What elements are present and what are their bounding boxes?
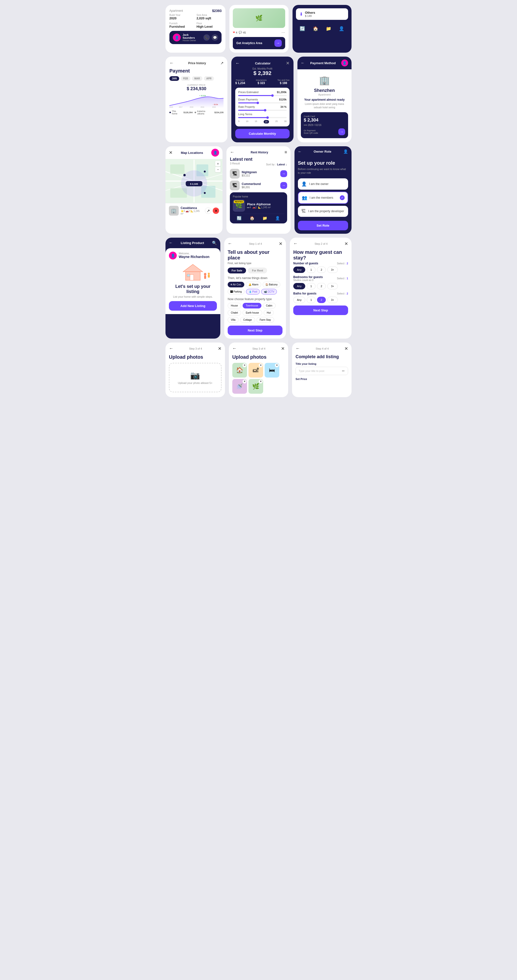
role-add-icon[interactable]: 👤 xyxy=(343,149,348,154)
chip-pool[interactable]: 💧 Pool xyxy=(246,289,260,294)
listing-back-button[interactable]: ← xyxy=(169,240,173,245)
role-developer-option[interactable]: 🏗 I am the property developer xyxy=(298,206,348,217)
bath-2[interactable]: 2 xyxy=(317,297,326,303)
for-rent-button[interactable]: For Rent xyxy=(248,267,267,274)
tell-back-button[interactable]: ← xyxy=(228,241,232,246)
rent-nav-icon-3[interactable]: 📁 xyxy=(262,216,267,221)
nav-user-icon[interactable]: 👤 xyxy=(337,24,346,33)
qr-arrow-button[interactable]: → xyxy=(338,128,345,135)
tell-place-card: ← Step 1 of 4 ✕ Tell us about your place… xyxy=(224,238,286,339)
photo-remove-5[interactable]: ✕ xyxy=(259,380,263,383)
tab-mar[interactable]: MAR xyxy=(192,76,203,81)
guest-close-button[interactable]: ✕ xyxy=(344,241,348,247)
upload-empty-close-button[interactable]: ✕ xyxy=(218,346,222,351)
chip-farmstay[interactable]: Farm Stay xyxy=(257,317,274,323)
bedroom-any[interactable]: Any xyxy=(293,283,305,290)
title-field-input[interactable]: Type your title to post ✏ xyxy=(295,367,348,375)
chip-cottage[interactable]: Cottage xyxy=(240,317,255,323)
photo-remove-3[interactable]: ✕ xyxy=(275,363,279,367)
nav-refresh-icon[interactable]: 🔄 xyxy=(298,24,307,33)
chip-house[interactable]: House xyxy=(228,303,241,309)
message-button[interactable]: 💬 xyxy=(212,34,218,41)
tab-jan[interactable]: JAN xyxy=(170,76,179,81)
guest-num-any[interactable]: Any xyxy=(293,267,305,273)
bath-any[interactable]: Any xyxy=(293,297,305,303)
rent-nav-icon-1[interactable]: 🔄 xyxy=(237,216,242,221)
rent-back-button[interactable]: ← xyxy=(230,150,234,155)
calc-back-button[interactable]: ← xyxy=(235,61,239,66)
bedroom-3plus[interactable]: 3+ xyxy=(327,283,338,290)
narrow-title: Then, let's narrow things down xyxy=(228,276,282,280)
chip-villa[interactable]: Villa xyxy=(228,317,239,323)
back-button[interactable]: ← xyxy=(170,60,174,66)
chip-townhouse[interactable]: Townhouse xyxy=(243,303,262,309)
guest-num-2[interactable]: 2 xyxy=(317,267,326,273)
guest-num-3plus[interactable]: 3+ xyxy=(327,267,338,273)
chip-cctv[interactable]: 📹 CCTV xyxy=(261,289,277,294)
pm-back-button[interactable]: ← xyxy=(301,61,305,65)
listing-search-icon[interactable]: 🔍 xyxy=(212,240,217,245)
upload-filled-back-button[interactable]: ← xyxy=(232,346,237,351)
bedroom-1[interactable]: 1 xyxy=(307,283,316,290)
add-listing-button[interactable]: Add New Listing xyxy=(169,301,217,311)
likes-count[interactable]: ❤ 4 xyxy=(233,31,237,34)
rent-arrow-2[interactable]: → xyxy=(280,182,287,189)
photo-remove-4[interactable]: ✕ xyxy=(243,380,246,383)
map-remove-button[interactable]: ✕ xyxy=(213,207,219,214)
down-payments-slider[interactable] xyxy=(238,102,286,103)
rent-nav-icon-4[interactable]: 👤 xyxy=(275,216,280,221)
chip-alarm[interactable]: 🔔 Alarm xyxy=(246,282,261,287)
tab-apr[interactable]: APR xyxy=(204,76,214,81)
map-close-button[interactable]: ✕ xyxy=(169,150,173,155)
prices-slider[interactable] xyxy=(238,95,286,96)
complete-close-button[interactable]: ✕ xyxy=(344,346,348,351)
chip-earthhouse[interactable]: Earth house xyxy=(243,310,262,315)
chip-chalet[interactable]: Chalet xyxy=(228,310,241,315)
payment-method-card: ← Payment Method 👤 🏢 Shenzhen Apartment … xyxy=(297,57,352,142)
bedroom-2[interactable]: 2 xyxy=(317,283,326,290)
chip-cabin[interactable]: Cabin xyxy=(263,303,276,309)
map-share-button[interactable]: ↗ xyxy=(205,207,211,214)
rate-property-slider[interactable] xyxy=(238,110,286,111)
rent-nav-icon-2[interactable]: 🏠 xyxy=(250,216,255,221)
chip-parking[interactable]: 🅿 Parking xyxy=(228,289,244,294)
guest-num-1[interactable]: 1 xyxy=(307,267,316,273)
next-step-button-1[interactable]: Next Step xyxy=(228,326,282,335)
calculate-monthly-button[interactable]: Calculate Monthly xyxy=(235,129,289,138)
chip-hut[interactable]: Hut xyxy=(264,310,274,315)
role-back-button[interactable]: ← xyxy=(298,150,302,154)
long-terms-slider[interactable] xyxy=(238,117,286,118)
photo-remove-1[interactable]: ✕ xyxy=(243,363,246,367)
call-button[interactable]: 📞 xyxy=(203,34,210,41)
chip-balcony[interactable]: 🏠 Balcony xyxy=(263,282,280,287)
set-role-button[interactable]: Set Role xyxy=(298,221,348,230)
for-sale-button[interactable]: For Sale xyxy=(228,267,246,274)
get-analytics-button[interactable]: Get Analytics Area → xyxy=(233,37,285,49)
sort-options[interactable]: Sort by : Latest ↓ xyxy=(266,163,287,166)
tab-feb[interactable]: FEB xyxy=(181,76,190,81)
next-step-button-2[interactable]: Next Step xyxy=(293,305,348,315)
upload-empty-back-button[interactable]: ← xyxy=(169,346,173,351)
rent-filter-icon[interactable]: ≡ xyxy=(284,150,287,155)
calc-close-button[interactable]: ✕ xyxy=(286,60,290,66)
role-members-option[interactable]: 👥 I am the members ✓ xyxy=(298,192,348,204)
role-owner-option[interactable]: 👤 I am the owner xyxy=(298,178,348,189)
tell-close-button[interactable]: ✕ xyxy=(279,241,282,247)
share-button[interactable]: ↗ xyxy=(220,61,224,65)
photo-remove-2[interactable]: ✕ xyxy=(259,363,263,367)
bath-1[interactable]: 1 xyxy=(307,297,316,303)
nav-home-icon[interactable]: 🏠 xyxy=(311,24,320,33)
chip-aircon[interactable]: ❄ Air Con. xyxy=(228,282,244,287)
more-options-button[interactable]: ··· xyxy=(282,30,285,35)
upload-filled-close-button[interactable]: ✕ xyxy=(281,346,285,351)
zoom-in-button[interactable]: + xyxy=(215,161,220,166)
zoom-out-button[interactable]: − xyxy=(215,167,220,172)
upload-empty-header: ← Step 3 of 4 ✕ xyxy=(169,346,222,351)
rent-arrow-1[interactable]: → xyxy=(280,170,287,177)
guest-back-button[interactable]: ← xyxy=(293,241,298,246)
bath-3plus[interactable]: 3+ xyxy=(327,297,338,303)
comments-count[interactable]: 💬 45 xyxy=(239,31,246,34)
upload-area[interactable]: 📷 Upload your photo atleast 5+ xyxy=(169,363,222,392)
nav-folder-icon[interactable]: 📁 xyxy=(324,24,333,33)
complete-back-button[interactable]: ← xyxy=(295,346,300,351)
